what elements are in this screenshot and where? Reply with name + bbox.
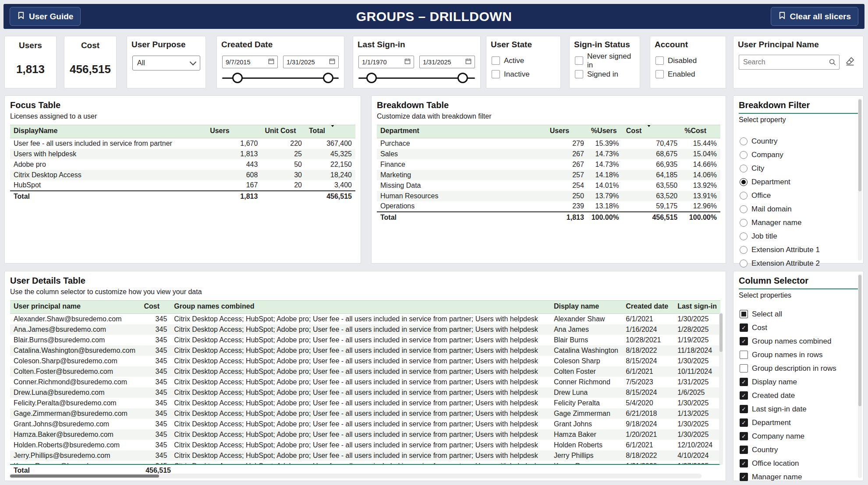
table-cell[interactable]: Felicity.Peralta@bsuredemo.com [10,398,141,408]
table-cell[interactable]: 12.96% [681,201,720,212]
checkbox-option[interactable]: ✓Cost [739,321,858,334]
checkbox-icon[interactable]: ✓ [740,446,748,454]
table-row[interactable]: Catalina.Washington@bsuredemo.com345Citr… [10,345,720,356]
checkbox-icon[interactable]: ✓ [740,473,748,481]
table-cell[interactable]: 1/28/2025 [674,324,720,335]
table-cell[interactable]: 13.91% [681,191,720,201]
table-cell[interactable]: Operations [377,201,546,212]
column-header[interactable]: Cost [141,301,171,314]
table-row[interactable]: Ana.James@bsuredemo.com345Citrix Desktop… [10,324,720,335]
radio-icon[interactable] [740,232,748,240]
table-cell[interactable]: 63,520 [623,191,681,201]
table-cell[interactable]: 5/4/2020 [622,398,674,408]
checkbox-icon[interactable] [655,70,664,78]
checkbox-option[interactable]: Active [491,54,556,67]
table-cell[interactable]: 8/15/2024 [622,356,674,366]
table-cell[interactable]: Citrix Desktop Access; HubSpot; Adobe pr… [170,335,550,345]
table-cell[interactable]: Finance [377,159,546,170]
table-cell[interactable]: Holden Roberts [550,440,622,450]
radio-option[interactable]: Extension Attribute 2 [739,257,858,270]
table-cell[interactable]: Alexander.Shaw@bsuredemo.com [10,314,141,324]
table-cell[interactable]: Ana.James@bsuredemo.com [10,324,141,335]
slider-handle-start[interactable] [232,73,243,83]
checkbox-icon[interactable]: ✓ [740,323,748,332]
table-cell[interactable]: Citrix Desktop Access; HubSpot; Adobe pr… [170,377,550,387]
table-cell[interactable]: 13.79% [588,191,623,201]
checkbox-icon[interactable] [740,310,748,318]
checkbox-option[interactable]: Signed in [574,67,635,81]
checkbox-icon[interactable]: ✓ [740,418,748,427]
table-cell[interactable]: 345 [141,366,171,377]
radio-option[interactable]: Mail domain [739,202,858,216]
checkbox-icon[interactable]: ✓ [740,337,748,345]
table-cell[interactable]: 14.73% [588,159,623,170]
table-cell[interactable]: 254 [546,180,588,191]
table-cell[interactable]: 25 [261,149,305,159]
radio-icon[interactable] [740,178,748,186]
table-cell[interactable]: 345 [141,335,171,345]
table-row[interactable]: Sales26714.73%68,67515.04% [377,149,720,159]
table-cell[interactable]: Blair Burns [550,335,622,345]
table-row[interactable]: Alexander.Shaw@bsuredemo.com345Citrix De… [10,314,720,324]
table-cell[interactable]: 1/30/2025 [674,356,720,366]
scrollbar[interactable] [858,274,862,478]
start-date-input[interactable]: 1/1/1970 [358,56,414,68]
table-cell[interactable]: 63,550 [623,180,681,191]
table-cell[interactable]: 3,400 [305,180,355,191]
table-cell[interactable]: 1/16/2024 [622,324,674,335]
table-cell[interactable]: Missing Data [377,180,546,191]
column-header[interactable]: %Cost [681,125,720,138]
table-cell[interactable]: 9/18/2024 [622,419,674,429]
table-cell[interactable]: 15.39% [588,138,623,149]
table-cell[interactable]: 13.92% [681,180,720,191]
column-header[interactable]: Users [546,125,588,138]
table-cell[interactable]: Grant Johns [550,419,622,429]
checkbox-icon[interactable] [655,56,664,65]
clear-all-slicers-button[interactable]: Clear all slicers [771,7,858,26]
horizontal-scrollbar[interactable] [9,474,701,478]
radio-icon[interactable] [740,205,748,213]
table-cell[interactable]: Conner.Richmond@bsuredemo.com [10,377,141,387]
table-cell[interactable]: 345 [141,440,171,450]
user-guide-button[interactable]: User Guide [10,7,81,26]
checkbox-option[interactable]: ✓Last sign-in date [739,402,858,416]
table-cell[interactable]: 1/30/2025 [674,314,720,324]
checkbox-icon[interactable] [575,56,583,65]
table-cell[interactable]: 1/20/2021 [622,429,674,440]
date-range-slider[interactable] [222,77,339,79]
table-cell[interactable]: 1/30/2025 [674,398,720,408]
radio-option[interactable]: Company [739,148,858,162]
radio-option[interactable]: Department [739,175,858,189]
table-cell[interactable]: Ana James [550,324,622,335]
checkbox-option[interactable]: Select all [739,307,858,321]
table-cell[interactable]: Citrix Desktop Access [10,170,206,180]
checkbox-option[interactable]: Never signed in [574,54,635,67]
table-row[interactable]: Colten.Foster@bsuredemo.com345Citrix Des… [10,366,720,377]
table-row[interactable]: Felicity.Peralta@bsuredemo.com345Citrix … [10,398,720,408]
checkbox-option[interactable]: Disabled [655,54,721,67]
table-cell[interactable]: 14.06% [681,170,720,180]
table-cell[interactable]: 10/11/2024 [674,366,720,377]
slider-handle-start[interactable] [366,73,377,83]
table-cell[interactable]: Citrix Desktop Access; HubSpot; Adobe pr… [170,387,550,398]
table-cell[interactable]: Citrix Desktop Access; HubSpot; Adobe pr… [170,461,550,465]
table-cell[interactable]: Adobe pro [10,159,206,170]
table-cell[interactable]: 345 [141,398,171,408]
table-cell[interactable]: 608 [206,170,261,180]
table-cell[interactable]: 64,185 [623,170,681,180]
table-cell[interactable]: Gage.Zimmerman@bsuredemo.com [10,408,141,419]
table-cell[interactable]: 70,475 [623,138,681,149]
checkbox-option[interactable]: Enabled [655,67,721,81]
table-cell[interactable]: 1/30/2025 [674,429,720,440]
column-header[interactable]: DisplayName [10,125,206,138]
table-cell[interactable]: 8/15/2024 [622,387,674,398]
checkbox-option[interactable]: ✓Department [739,416,858,429]
start-date-input[interactable]: 9/7/2015 [222,56,278,68]
table-cell[interactable]: 14.73% [588,149,623,159]
table-cell[interactable]: 345 [141,377,171,387]
table-cell[interactable]: 367,400 [305,138,355,149]
table-row[interactable]: Users with helpdesk1,8132545,325 [10,149,355,159]
user-purpose-dropdown[interactable]: All [132,56,200,70]
table-cell[interactable]: 1,813 [206,149,261,159]
radio-option[interactable]: Extension Attribute 1 [739,243,858,257]
